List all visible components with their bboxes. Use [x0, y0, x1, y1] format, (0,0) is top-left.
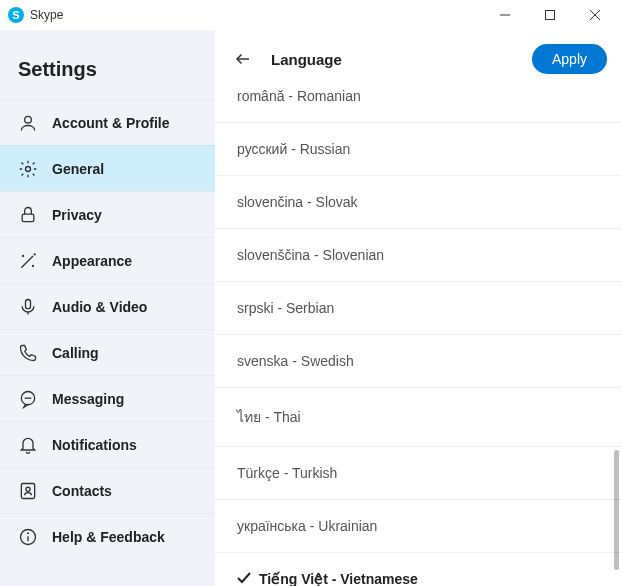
svg-point-4 — [25, 116, 32, 123]
language-option[interactable]: svenska - Swedish — [215, 335, 621, 388]
svg-rect-6 — [22, 214, 34, 222]
svg-point-18 — [28, 532, 29, 533]
sidebar-item-contacts[interactable]: Contacts — [0, 467, 215, 513]
language-option[interactable]: Tiếng Việt - Vietnamese — [215, 553, 621, 586]
panel-header: Language Apply — [215, 30, 621, 88]
language-label: srpski - Serbian — [237, 300, 334, 316]
apply-button[interactable]: Apply — [532, 44, 607, 74]
sidebar-item-mic[interactable]: Audio & Video — [0, 283, 215, 329]
info-icon — [18, 527, 38, 547]
maximize-button[interactable] — [527, 0, 572, 30]
language-option[interactable]: slovenčina - Slovak — [215, 176, 621, 229]
bell-icon — [18, 435, 38, 455]
gear-icon — [18, 159, 38, 179]
sidebar-item-account[interactable]: Account & Profile — [0, 99, 215, 145]
svg-rect-1 — [545, 11, 554, 20]
sidebar-item-label: Privacy — [52, 207, 102, 223]
language-option[interactable]: ไทย - Thai — [215, 388, 621, 447]
sidebar-item-label: Notifications — [52, 437, 137, 453]
contacts-icon — [18, 481, 38, 501]
app-name: Skype — [30, 8, 63, 22]
svg-line-7 — [21, 256, 33, 268]
language-label: українська - Ukrainian — [237, 518, 377, 534]
sidebar-item-chat[interactable]: Messaging — [0, 375, 215, 421]
svg-point-5 — [26, 166, 31, 171]
sidebar-item-gear[interactable]: General — [0, 145, 215, 191]
sidebar-item-label: Appearance — [52, 253, 132, 269]
back-button[interactable] — [229, 45, 257, 73]
close-button[interactable] — [572, 0, 617, 30]
sidebar-item-label: General — [52, 161, 104, 177]
microphone-icon — [18, 297, 38, 317]
language-label: Türkçe - Turkish — [237, 465, 337, 481]
language-label: slovenščina - Slovenian — [237, 247, 384, 263]
language-option[interactable]: srpski - Serbian — [215, 282, 621, 335]
language-label: ไทย - Thai — [237, 406, 301, 428]
language-option[interactable]: українська - Ukrainian — [215, 500, 621, 553]
lock-icon — [18, 205, 38, 225]
sidebar-item-label: Messaging — [52, 391, 124, 407]
language-list[interactable]: română - Romanianрусский - Russiansloven… — [215, 88, 621, 586]
account-icon — [18, 113, 38, 133]
sidebar-item-info[interactable]: Help & Feedback — [0, 513, 215, 559]
language-label: Tiếng Việt - Vietnamese — [259, 571, 418, 586]
main-panel: Language Apply română - Romanianрусский … — [215, 30, 621, 586]
language-option[interactable]: Türkçe - Turkish — [215, 447, 621, 500]
language-option[interactable]: русский - Russian — [215, 123, 621, 176]
scrollbar-thumb[interactable] — [614, 450, 619, 570]
minimize-button[interactable] — [482, 0, 527, 30]
chat-icon — [18, 389, 38, 409]
svg-rect-11 — [26, 299, 31, 308]
language-label: română - Romanian — [237, 88, 361, 104]
titlebar: S Skype — [0, 0, 621, 30]
wand-icon — [18, 251, 38, 271]
language-label: русский - Russian — [237, 141, 350, 157]
sidebar-item-label: Calling — [52, 345, 99, 361]
language-option[interactable]: slovenščina - Slovenian — [215, 229, 621, 282]
sidebar-item-wand[interactable]: Appearance — [0, 237, 215, 283]
svg-point-15 — [26, 487, 30, 491]
sidebar-item-lock[interactable]: Privacy — [0, 191, 215, 237]
language-label: slovenčina - Slovak — [237, 194, 358, 210]
checkmark-icon — [237, 571, 251, 586]
sidebar-item-label: Contacts — [52, 483, 112, 499]
page-title: Language — [271, 51, 342, 68]
skype-logo-icon: S — [8, 7, 24, 23]
settings-title: Settings — [0, 30, 215, 99]
sidebar-item-bell[interactable]: Notifications — [0, 421, 215, 467]
svg-point-10 — [34, 253, 35, 254]
phone-icon — [18, 343, 38, 363]
svg-point-9 — [33, 265, 34, 266]
sidebar-item-label: Account & Profile — [52, 115, 169, 131]
sidebar-item-label: Audio & Video — [52, 299, 147, 315]
sidebar-item-phone[interactable]: Calling — [0, 329, 215, 375]
language-label: svenska - Swedish — [237, 353, 354, 369]
svg-point-8 — [23, 255, 24, 256]
language-option[interactable]: română - Romanian — [215, 88, 621, 123]
sidebar-item-label: Help & Feedback — [52, 529, 165, 545]
settings-sidebar: Settings Account & ProfileGeneralPrivacy… — [0, 30, 215, 586]
